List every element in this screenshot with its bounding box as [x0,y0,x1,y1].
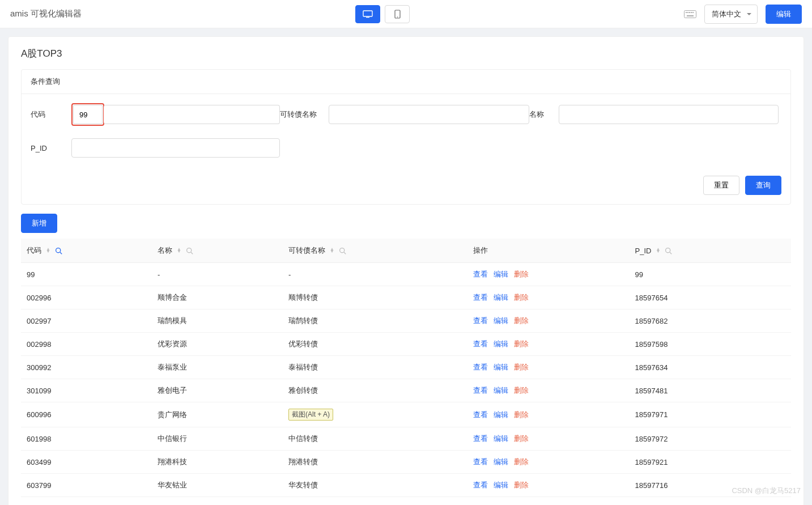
cell-bond: 雅创转债 [283,379,467,402]
cell-bond: 泰福转债 [283,356,467,379]
delete-link[interactable]: 删除 [514,410,529,419]
cell-code: 002996 [21,286,152,309]
sort-icon[interactable]: ▲▼ [656,248,660,253]
search-icon[interactable] [55,247,62,254]
view-link[interactable]: 查看 [473,270,488,278]
edit-link[interactable]: 编辑 [494,386,508,394]
cell-name: 泰福泵业 [152,356,283,379]
topbar: amis 可视化编辑器 简体中文 编辑 [0,0,812,28]
th-code[interactable]: 代码 ▲▼ [21,239,152,263]
filter-code-input[interactable] [73,105,103,124]
delete-link[interactable]: 删除 [514,340,529,348]
cell-code: 99 [21,263,152,286]
filter-name-input[interactable] [559,105,779,124]
view-link[interactable]: 查看 [473,316,488,325]
th-bond-label: 可转债名称 [288,245,325,256]
search-icon[interactable] [665,247,672,254]
view-link[interactable]: 查看 [473,386,488,394]
reset-button[interactable]: 重置 [703,176,739,195]
delete-link[interactable]: 删除 [514,386,529,394]
view-link[interactable]: 查看 [473,434,488,443]
svg-point-13 [187,248,192,252]
edit-link[interactable]: 编辑 [494,270,508,278]
edit-link[interactable]: 编辑 [494,410,508,419]
cell-code: 601998 [21,427,152,451]
language-label: 简体中文 [712,9,741,19]
filter-name-label: 名称 [529,109,559,120]
view-link[interactable]: 查看 [473,410,488,419]
keyboard-icon[interactable] [684,10,696,18]
main-panel: A股TOP3 条件查询 代码 可转债名称 [8,36,804,505]
cell-ops: 查看编辑删除 [467,451,629,474]
view-link[interactable]: 查看 [473,340,488,348]
search-icon[interactable] [186,247,193,254]
screenshot-tooltip: 截图(Alt + A) [288,409,333,421]
cell-bond: 瑞鹄转债 [283,309,467,333]
cell-pid: 18597972 [630,427,791,451]
cell-ops: 查看编辑删除 [467,309,629,333]
cell-pid: 99 [630,263,791,286]
cell-ops: 查看编辑删除 [467,263,629,286]
edit-link[interactable]: 编辑 [494,340,508,348]
table-row: 601998中信银行中信转债查看编辑删除18597972 [21,427,791,451]
view-link[interactable]: 查看 [473,457,488,466]
th-code-label: 代码 [27,245,41,256]
add-button[interactable]: 新增 [21,214,57,233]
th-name[interactable]: 名称 ▲▼ [152,239,283,263]
cell-name: - [152,263,283,286]
filter-code-input-ext[interactable] [104,105,280,124]
language-select[interactable]: 简体中文 [704,5,758,24]
edit-link[interactable]: 编辑 [494,293,508,302]
svg-line-14 [191,252,193,253]
delete-link[interactable]: 删除 [514,363,529,371]
view-link[interactable]: 查看 [473,363,488,371]
query-button[interactable]: 查询 [745,176,781,195]
page-title: A股TOP3 [21,47,791,60]
view-link[interactable]: 查看 [473,293,488,302]
th-ops: 操作 [467,239,629,263]
svg-point-17 [666,248,670,252]
delete-link[interactable]: 删除 [514,457,529,466]
filter-name: 名称 [529,103,779,126]
cell-bond: 优彩转债 [283,333,467,356]
th-bond[interactable]: 可转债名称 ▲▼ [283,239,467,263]
table-row: 301099雅创电子雅创转债查看编辑删除18597481 [21,379,791,402]
cell-ops: 查看编辑删除 [467,333,629,356]
delete-link[interactable]: 删除 [514,293,529,302]
device-mobile-button[interactable] [385,5,410,23]
cell-name: 瑞鹄模具 [152,309,283,333]
search-icon[interactable] [339,247,346,254]
edit-link[interactable]: 编辑 [494,363,508,371]
cell-pid: 18597654 [630,286,791,309]
sort-icon[interactable]: ▲▼ [330,248,334,253]
view-link[interactable]: 查看 [473,481,488,489]
cell-ops: 查看编辑删除 [467,286,629,309]
filter-code-label: 代码 [31,109,71,120]
filter-pid-input[interactable] [71,138,280,158]
sort-icon[interactable]: ▲▼ [46,248,50,253]
edit-link[interactable]: 编辑 [494,434,508,443]
delete-link[interactable]: 删除 [514,434,529,443]
delete-link[interactable]: 删除 [514,270,529,278]
edit-link[interactable]: 编辑 [494,457,508,466]
filter-bond-label: 可转债名称 [280,109,329,120]
filter-pid: P_ID [31,138,280,158]
th-ops-label: 操作 [473,246,488,254]
app-title: amis 可视化编辑器 [10,9,82,19]
table-row: 99--查看编辑删除99 [21,263,791,286]
svg-rect-5 [686,12,687,13]
cell-ops: 查看编辑删除 [467,474,629,497]
delete-link[interactable]: 删除 [514,316,529,325]
cell-pid: 18597921 [630,451,791,474]
filter-bond-input[interactable] [329,105,529,124]
th-pid-label: P_ID [635,247,652,255]
cell-code: 603799 [21,474,152,497]
edit-link[interactable]: 编辑 [494,481,508,489]
edit-link[interactable]: 编辑 [494,316,508,325]
edit-button[interactable]: 编辑 [766,5,802,24]
cell-pid: 18597598 [630,333,791,356]
sort-icon[interactable]: ▲▼ [177,248,181,253]
th-pid[interactable]: P_ID ▲▼ [630,239,791,263]
device-desktop-button[interactable] [355,5,380,23]
delete-link[interactable]: 删除 [514,481,529,489]
